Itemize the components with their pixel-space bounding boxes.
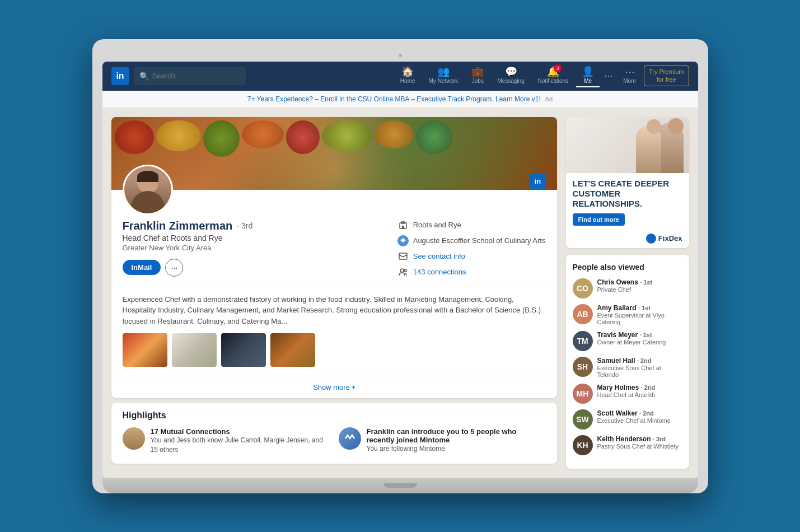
person-name-6: Keith Henderson · 3rd — [597, 435, 679, 443]
person-item-6[interactable]: KH Keith Henderson · 3rd Pastry Sous Che… — [573, 435, 682, 455]
ad-label: Ad — [545, 96, 553, 102]
nav-item-home[interactable]: 🏠 Home — [395, 64, 421, 87]
highlights-card: Highlights 17 Mutual Connections You and… — [111, 403, 557, 464]
person-item-1[interactable]: AB Amy Ballard · 1st Event Supervisor at… — [573, 304, 682, 325]
profile-school-item: Auguste Escoffier School of Culinary Art… — [397, 235, 546, 246]
person-avatar-6: KH — [573, 435, 593, 455]
home-icon: 🏠 — [401, 67, 414, 77]
profile-actions: InMail ··· — [123, 259, 386, 277]
center-column: in Franklin Zimmerman · 3rd Head Chef at… — [111, 117, 557, 469]
jobs-icon: 💼 — [471, 67, 484, 77]
nav-item-network[interactable]: 👥 My Network — [423, 64, 464, 87]
photo-thumb-2[interactable] — [172, 333, 217, 367]
nav-item-more[interactable]: ⋯ More — [617, 64, 642, 87]
profile-location: Greater New York City Area — [123, 244, 386, 252]
inmail-button[interactable]: InMail — [123, 260, 161, 275]
linkedin-logo[interactable]: in — [111, 67, 129, 85]
show-more-button[interactable]: Show more ▾ — [111, 376, 557, 398]
person-item-5[interactable]: SW Scott Walker · 2nd Executive Chef at … — [573, 409, 682, 430]
person-role-4: Head Chef at Antelith — [597, 391, 656, 398]
connections-count[interactable]: 143 connections — [413, 268, 466, 276]
network-icon: 👥 — [437, 67, 450, 77]
laptop-base — [102, 478, 698, 493]
profile-contact-item[interactable]: See contact info — [397, 251, 546, 262]
profile-title: Head Chef at Roots and Rye — [123, 234, 386, 242]
search-bar[interactable]: 🔍 — [134, 67, 246, 85]
highlight-mutual-text: 17 Mutual Connections You and Jess both … — [151, 427, 330, 455]
search-input[interactable] — [152, 72, 231, 80]
highlight-mutual-avatar — [123, 427, 145, 450]
person-degree-1: · 1st — [638, 305, 651, 311]
ad-card: LET'S CREATE DEEPER CUSTOMER RELATIONSHI… — [566, 117, 689, 248]
highlight-mintome-text: Franklin can introduce you to 5 people w… — [367, 427, 546, 454]
person-item-4[interactable]: MH Mary Holmes · 2nd Head Chef at Anteli… — [573, 384, 682, 404]
highlight-mintome-avatar — [339, 427, 361, 450]
nav-item-jobs[interactable]: 💼 Jobs — [466, 64, 489, 87]
messaging-icon: 💬 — [505, 67, 517, 77]
nav-item-messaging[interactable]: 💬 Messaging — [492, 64, 530, 87]
person-info-2: Travis Meyer · 1st Owner at Meyer Cateri… — [597, 331, 666, 346]
more-options-button[interactable]: ··· — [165, 259, 183, 277]
person-avatar-1: AB — [573, 304, 593, 324]
search-icon: 🔍 — [139, 72, 149, 81]
person-item-3[interactable]: SH Samuel Hall · 2nd Executive Sous Chef… — [573, 357, 682, 378]
person-name-4: Mary Holmes · 2nd — [597, 384, 656, 391]
grid-icon[interactable]: ⋯ — [602, 68, 615, 83]
svg-point-6 — [404, 269, 406, 272]
person-name-5: Scott Walker · 2nd — [597, 409, 671, 417]
highlight-mutual-desc: You and Jess both know Julie Carroll, Ma… — [151, 436, 330, 455]
right-column: LET'S CREATE DEEPER CUSTOMER RELATIONSHI… — [566, 117, 689, 469]
person-item-2[interactable]: TM Travis Meyer · 1st Owner at Meyer Cat… — [573, 331, 682, 351]
person-role-3: Executive Sous Chef at Telondo — [597, 365, 682, 378]
photo-thumb-4[interactable] — [270, 333, 315, 367]
person-avatar-3: SH — [573, 357, 593, 377]
person-avatar-4: MH — [573, 384, 593, 404]
person-info-3: Samuel Hall · 2nd Executive Sous Chef at… — [597, 357, 682, 378]
highlight-mintome: Franklin can introduce you to 5 people w… — [339, 427, 546, 455]
ad-bar: 7+ Years Experience? – Enroll in the CSU… — [102, 91, 698, 108]
nav-label-home: Home — [400, 78, 415, 84]
ad-find-out-button[interactable]: Find out more — [573, 213, 625, 226]
contact-info-link[interactable]: See contact info — [413, 252, 465, 260]
navbar: in 🔍 🏠 Home 👥 My Network 💼 Jobs — [102, 62, 698, 91]
photo-thumb-1[interactable] — [123, 333, 167, 367]
person-role-6: Pastry Sous Chef at Whistlety — [597, 443, 679, 450]
fixdex-logo-icon — [646, 234, 656, 244]
profile-degree: · 3rd — [237, 221, 252, 230]
person-degree-6: · 3rd — [653, 436, 666, 442]
ad-link[interactable]: 7+ Years Experience? – Enroll in the CSU… — [247, 95, 541, 103]
highlight-mintome-heading: Franklin can introduce you to 5 people w… — [367, 427, 546, 444]
notification-badge: 3 — [554, 64, 562, 72]
profile-name-text: Franklin Zimmerman — [123, 220, 233, 232]
camera-dot — [399, 54, 402, 57]
nav-label-jobs: Jobs — [472, 78, 484, 84]
nav-item-notifications[interactable]: 🔔 3 Notifications — [532, 64, 574, 87]
premium-button[interactable]: Try Premiumfor free — [644, 66, 689, 86]
person-degree-0: · 1st — [640, 279, 652, 286]
profile-company-item: Roots and Rye — [397, 220, 546, 231]
nav-item-me[interactable]: 👤 Me — [576, 64, 600, 87]
highlights-title: Highlights — [111, 403, 557, 421]
person-info-6: Keith Henderson · 3rd Pastry Sous Chef a… — [597, 435, 679, 450]
chevron-down-icon: ▾ — [352, 384, 355, 390]
profile-summary: Experienced Chef with a demonstrated his… — [111, 287, 557, 334]
people-also-viewed-title: People also viewed — [573, 263, 682, 272]
ad-brand: FixDex — [566, 231, 689, 248]
profile-card: in Franklin Zimmerman · 3rd Head Chef at… — [111, 117, 557, 399]
laptop-notch — [383, 483, 417, 488]
person-info-0: Chris Owens · 1st Private Chef — [597, 278, 653, 293]
photo-thumb-3[interactable] — [221, 333, 266, 367]
profile-name: Franklin Zimmerman · 3rd — [123, 220, 386, 232]
person-role-1: Event Supervisor at Viyo Catering — [597, 312, 682, 325]
ad-card-title: LET'S CREATE DEEPER CUSTOMER RELATIONSHI… — [573, 179, 682, 209]
notifications-icon: 🔔 3 — [547, 67, 559, 77]
nav-label-notifications: Notifications — [538, 78, 568, 84]
person-name-1: Amy Ballard · 1st — [597, 304, 682, 312]
profile-connections-item[interactable]: 143 connections — [397, 267, 546, 278]
more-icon: ⋯ — [625, 67, 635, 77]
highlight-mintome-desc: You are following Mintome — [367, 444, 546, 454]
laptop-screen: in 🔍 🏠 Home 👥 My Network 💼 Jobs — [102, 62, 698, 478]
linkedin-profile-badge: in — [530, 174, 546, 189]
person-role-0: Private Chef — [597, 286, 653, 293]
person-item-0[interactable]: CO Chris Owens · 1st Private Chef — [573, 278, 682, 298]
